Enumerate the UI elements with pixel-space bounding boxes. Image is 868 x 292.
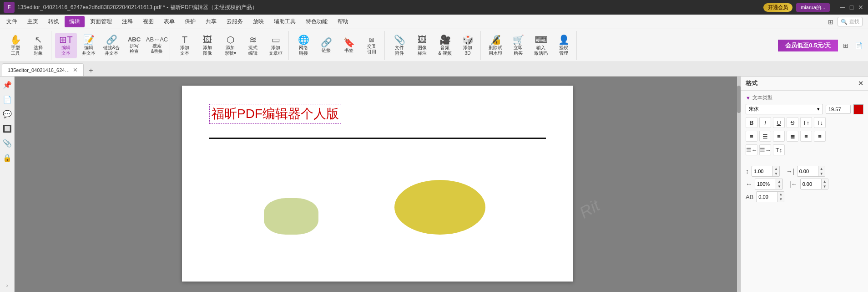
justify-button[interactable]: ≣ [787,131,798,142]
user-button[interactable]: miarua的... [796,3,830,12]
sidebar-bookmark-icon[interactable]: 📌 [2,79,13,90]
align-center-button[interactable]: ☰ [759,131,771,142]
baseline-down[interactable]: ▼ [777,197,784,202]
menu-edit[interactable]: 编辑 [65,16,85,27]
promo-banner[interactable]: 会员低至0.5元/天 [778,40,838,51]
menu-convert[interactable]: 转换 [44,16,64,27]
spell-check-button[interactable]: ABC 拼写检查 [123,33,145,58]
sidebar-expand-arrow[interactable]: › [4,282,11,289]
web-link-button[interactable]: 🌐 网络链接 [293,33,314,58]
image-mark-button[interactable]: 🖼 图像标注 [411,33,433,58]
sidebar-layers-icon[interactable]: 🔲 [2,123,13,134]
link-button[interactable]: 🔗 链接 [315,33,337,58]
grid-view-icon[interactable]: ⊞ [841,41,851,51]
menu-help[interactable]: 帮助 [333,16,353,27]
tab-close-button[interactable]: ✕ [73,67,78,73]
input-code-button[interactable]: ⌨ 输入激活码 [530,33,552,58]
minimize-button[interactable]: ─ [839,4,846,11]
underline-button[interactable]: U [773,117,785,128]
font-size-input[interactable] [826,105,851,114]
menu-special[interactable]: 特色功能 [301,16,332,27]
sidebar-attach-icon[interactable]: 📎 [2,138,13,149]
menu-present[interactable]: 放映 [248,16,268,27]
bold-button[interactable]: B [746,117,757,128]
baseline-up[interactable]: ▲ [777,192,784,197]
menu-assist[interactable]: 辅助工具 [269,16,300,27]
add-textbox-button[interactable]: ▭ 添加文章框 [265,33,287,58]
instant-buy-button[interactable]: 🛒 立即购买 [507,33,529,58]
right-indent-down[interactable]: ▼ [822,184,828,189]
vip-button[interactable]: 开通会员 [763,3,792,12]
menu-form[interactable]: 表单 [159,16,179,27]
maximize-button[interactable]: □ [848,4,855,11]
baseline-input[interactable] [757,193,777,200]
align-left-button[interactable]: ≡ [746,131,757,142]
menu-cloud[interactable]: 云服务 [222,16,247,27]
menu-file[interactable]: 文件 [2,16,22,27]
text-indent-button[interactable]: T↕ [773,144,785,155]
file-attach-button[interactable]: 📎 文件附件 [389,33,410,58]
select-tool-button[interactable]: ↖ 选择对象 [27,33,49,58]
sidebar-comments-icon[interactable]: 💬 [2,108,13,119]
font-selector[interactable]: 宋体 ▾ [746,104,823,114]
ordered-list-button[interactable]: ☰→ [759,144,771,155]
cross-ref-button[interactable]: ⊠ 交叉引用 [361,33,383,58]
right-panel-header: 格式 ✕ [741,77,868,91]
hand-tool-button[interactable]: ✋ 手型工具 [5,33,26,58]
align-right-button[interactable]: ≡ [773,131,785,142]
new-tab-button[interactable]: + [86,65,96,76]
document-tab[interactable]: 135editor_04021416_6247... ✕ [2,63,84,76]
left-indent-input[interactable] [797,168,818,175]
superscript-button[interactable]: T↑ [800,117,812,128]
left-indent-up[interactable]: ▲ [818,166,825,171]
bookmark-label: 书签 [344,48,353,53]
page-view-icon[interactable]: 📄 [853,41,863,51]
add-image-button[interactable]: 🖼 添加图像 [197,33,218,58]
right-indent-up[interactable]: ▲ [822,179,828,184]
add-shape-button[interactable]: ⬡ 添加形状▾ [219,33,241,58]
layout-icon[interactable]: ⊞ [826,17,836,27]
flow-edit-button[interactable]: ≋ 流式编辑 [242,33,264,58]
bookmark-button[interactable]: 🔖 书签 [338,33,360,58]
italic-button[interactable]: I [759,117,771,128]
search-replace-button[interactable]: AB↔AC 搜索&替换 [146,33,168,58]
add-textbox-icon: ▭ [272,35,280,44]
line-spacing-up[interactable]: ▲ [773,166,779,171]
scale-arrows: ▲ ▼ [776,179,782,189]
scale-input[interactable] [755,180,776,188]
right-indent-input[interactable] [801,180,821,188]
subscript-button[interactable]: T↓ [814,117,826,128]
line-spacing-input[interactable] [752,168,772,175]
audio-video-button[interactable]: 🎥 音频& 视频 [434,33,456,58]
left-indent-down[interactable]: ▼ [818,171,825,176]
justify-left-button[interactable]: ≡ [800,131,812,142]
watermark-button[interactable]: 🔏 删除试用水印 [484,33,506,58]
scroll-thumb[interactable] [737,86,741,113]
scale-down[interactable]: ▼ [776,184,782,189]
menu-home[interactable]: 主页 [23,16,43,27]
close-button[interactable]: ✕ [857,4,864,11]
edit-obj-button[interactable]: 📝 编辑并文本 [78,33,100,58]
edit-text-button[interactable]: ⊞T 编辑文本 [55,33,77,58]
unordered-list-button[interactable]: ☰← [746,144,757,155]
auth-manage-button[interactable]: 👤 授权管理 [553,33,575,58]
scale-up[interactable]: ▲ [776,179,782,184]
line-spacing-down[interactable]: ▼ [773,171,779,176]
sidebar-security-icon[interactable]: 🔒 [2,152,13,163]
text-color-swatch[interactable] [853,104,863,114]
pdf-title-text[interactable]: 福昕PDF编辑器个人版 [209,104,341,124]
menu-page-manage[interactable]: 页面管理 [86,16,116,27]
add-text-button[interactable]: T 添加文本 [174,33,196,58]
scroll-bar[interactable] [737,77,741,292]
menu-view[interactable]: 视图 [138,16,158,27]
menu-protect[interactable]: 保护 [180,16,200,27]
panel-close-button[interactable]: ✕ [858,80,863,87]
menu-share[interactable]: 共享 [201,16,221,27]
search-box[interactable]: 🔍 查找 [838,17,863,26]
link-combine-button[interactable]: 🔗 链接&合并文本 [101,33,122,58]
sidebar-pages-icon[interactable]: 📄 [2,94,13,105]
strikethrough-button[interactable]: S [787,117,798,128]
justify-right-button[interactable]: ≡ [814,131,826,142]
add-3d-button[interactable]: 🎲 添加3D [457,33,479,58]
menu-annotate[interactable]: 注释 [117,16,137,27]
